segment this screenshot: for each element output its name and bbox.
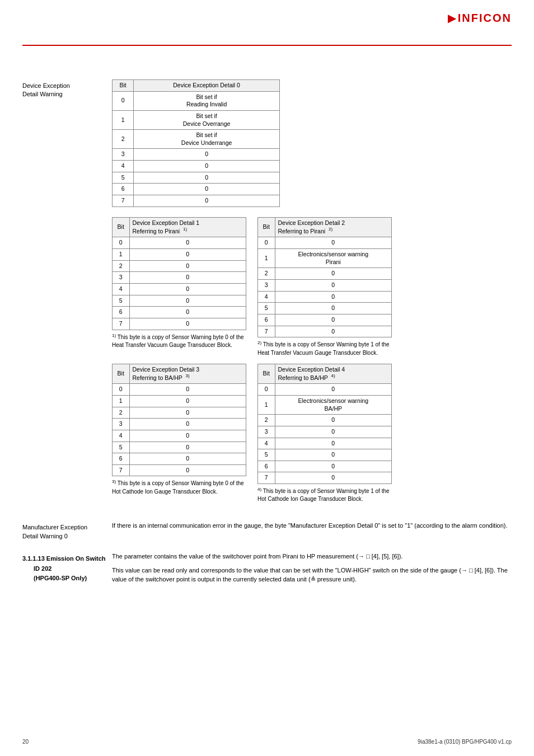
col-header-bit-3: Bit <box>113 364 130 384</box>
logo-text: INFICON <box>458 12 512 25</box>
value-cell: 0 <box>129 430 246 442</box>
header-divider <box>22 45 512 46</box>
table-row: 40 <box>258 291 392 303</box>
bit-cell: 4 <box>258 291 275 303</box>
value-cell: 0 <box>129 284 246 295</box>
value-cell: 0 <box>129 442 246 453</box>
col-header-detail-2: Device Exception Detail 2Referring to Pi… <box>275 217 392 237</box>
value-cell: 0 <box>129 249 246 261</box>
section-manufacturer-exception: Manufacturer ExceptionDetail Warning 0 I… <box>22 521 512 541</box>
table-row: 40 <box>113 430 246 442</box>
value-cell: 0 <box>134 172 280 184</box>
emission-text-1: The parameter contains the value of the … <box>112 552 512 561</box>
table-row: 60 <box>258 461 392 472</box>
bit-cell: 1 <box>113 249 130 261</box>
content-area: Device ExceptionDetail Warning Bit Devic… <box>22 79 512 589</box>
emission-text-2: This value can be read only and correspo… <box>112 566 512 584</box>
footnote-1: 1) This byte is a copy of Sensor Warning… <box>112 332 246 349</box>
value-cell: 0 <box>275 314 392 326</box>
col-header-detail-1: Device Exception Detail 1Referring to Pi… <box>129 217 246 237</box>
table-row: 60 <box>113 453 246 465</box>
bit-cell: 1 <box>113 110 134 129</box>
value-cell: 0 <box>275 415 392 426</box>
value-cell: 0 <box>129 407 246 419</box>
table-block-1: Bit Device Exception Detail 1Referring t… <box>112 217 246 357</box>
value-cell: 0 <box>129 384 246 396</box>
bit-cell: 1 <box>258 395 275 414</box>
table-row: 10 <box>113 395 246 407</box>
section-content-device-exception: Bit Device Exception Detail 0 0 Bit set … <box>112 79 512 510</box>
bit-cell: 0 <box>113 237 130 249</box>
table-row: 20 <box>258 415 392 426</box>
table-row: 70 <box>113 464 246 476</box>
table-row: 00 <box>258 237 392 249</box>
tables-row-3-4: Bit Device Exception Detail 3Referring t… <box>112 364 512 504</box>
value-cell: 0 <box>134 195 280 207</box>
table-row: 30 <box>113 419 246 430</box>
table-row: 00 <box>258 384 392 396</box>
table-row: 50 <box>113 442 246 453</box>
value-cell: 0 <box>275 449 392 461</box>
bit-cell: 1 <box>113 395 130 407</box>
bit-cell: 4 <box>258 438 275 449</box>
bit-cell: 2 <box>113 130 134 149</box>
table-row: 30 <box>113 272 246 284</box>
section-content-emission: The parameter contains the value of the … <box>112 552 512 589</box>
bit-cell: 6 <box>113 307 130 318</box>
footer: 20 9ia38e1-a (0310) BPG/HPG400 v1.cp <box>0 739 534 745</box>
value-cell: 0 <box>129 295 246 307</box>
table-row: 50 <box>258 449 392 461</box>
table-block-3: Bit Device Exception Detail 3Referring t… <box>112 364 246 504</box>
col-header-detail-3: Device Exception Detail 3Referring to BA… <box>129 364 246 384</box>
bit-cell: 2 <box>258 415 275 426</box>
value-cell: 0 <box>275 237 392 249</box>
value-cell: 0 <box>129 318 246 330</box>
table-block-4: Bit Device Exception Detail 4Referring t… <box>257 364 392 504</box>
value-cell: 0 <box>129 464 246 476</box>
footnote-4: 4) This byte is a copy of Sensor Warning… <box>257 486 392 503</box>
table-row: 70 <box>258 472 392 484</box>
table-row: 1Electronics/sensor warningBA/HP <box>258 395 392 414</box>
section-device-exception: Device ExceptionDetail Warning Bit Devic… <box>22 79 512 510</box>
bit-cell: 6 <box>113 184 134 195</box>
value-cell: 0 <box>275 326 392 337</box>
table-row: 50 <box>258 303 392 314</box>
col-header-detail-0: Device Exception Detail 0 <box>134 80 280 92</box>
value-cell: Bit set ifDevice Underrange <box>134 130 280 149</box>
bit-cell: 4 <box>113 430 130 442</box>
bit-cell: 5 <box>113 295 130 307</box>
value-cell: 0 <box>275 384 392 396</box>
table-row: 60 <box>113 307 246 318</box>
table-row: 10 <box>113 249 246 261</box>
value-cell: Bit set ifReading Invalid <box>134 91 280 110</box>
value-cell: 0 <box>134 161 280 172</box>
bit-cell: 0 <box>113 91 134 110</box>
value-cell: 0 <box>129 453 246 465</box>
value-cell: 0 <box>275 280 392 292</box>
value-cell: 0 <box>275 303 392 314</box>
tables-row-1-2: Bit Device Exception Detail 1Referring t… <box>112 217 512 357</box>
col-header-bit-0: Bit <box>113 80 134 92</box>
table-detail-4: Bit Device Exception Detail 4Referring t… <box>257 364 392 485</box>
table-detail-2: Bit Device Exception Detail 2Referring t… <box>257 217 392 338</box>
value-cell: 0 <box>275 268 392 280</box>
table-row: 00 <box>113 237 246 249</box>
page-number: 20 <box>22 739 29 745</box>
value-cell: 0 <box>129 307 246 318</box>
bit-cell: 3 <box>113 419 130 430</box>
table-row: 0 Bit set ifReading Invalid <box>113 91 280 110</box>
footnote-2: 2) This byte is a copy of Sensor Warning… <box>257 340 392 356</box>
bit-cell: 2 <box>258 268 275 280</box>
table-row: 40 <box>113 284 246 295</box>
table-row: 00 <box>113 384 246 396</box>
value-cell: 0 <box>129 237 246 249</box>
col-header-bit-1: Bit <box>113 217 130 237</box>
bit-cell: 3 <box>113 272 130 284</box>
table-row: 70 <box>113 318 246 330</box>
table-row: 50 <box>113 172 280 184</box>
bit-cell: 6 <box>258 314 275 326</box>
bit-cell: 1 <box>258 249 275 268</box>
bit-cell: 3 <box>113 149 134 161</box>
bit-cell: 7 <box>113 195 134 207</box>
value-cell: 0 <box>275 426 392 438</box>
